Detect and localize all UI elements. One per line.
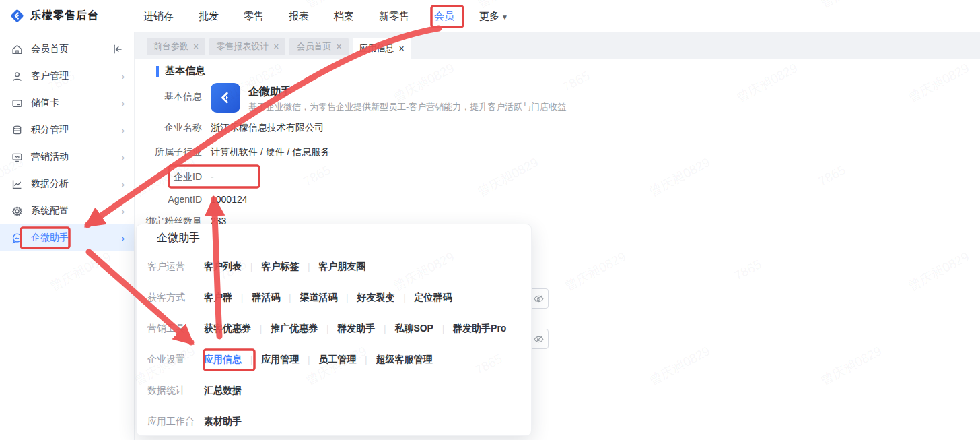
popup-menu-item[interactable]: 群发助手Pro	[453, 323, 506, 335]
item-separator: |	[384, 324, 386, 334]
sidebar-item-8[interactable]: 企微助手›	[0, 224, 134, 251]
sidebar-item-7[interactable]: 系统配置›	[0, 197, 134, 224]
item-separator: |	[308, 262, 310, 272]
nav-item-8[interactable]: 更多▼	[479, 10, 508, 23]
coins-icon	[11, 124, 24, 137]
nav-item-5[interactable]: 档案	[334, 10, 354, 23]
popup-menu-item[interactable]: 定位群码	[415, 292, 452, 304]
chevron-right-icon: ›	[122, 98, 125, 108]
popup-menu-item[interactable]: 素材助手	[204, 416, 242, 428]
item-separator: |	[250, 355, 252, 365]
popup-menu-item[interactable]: 私聊SOP	[394, 323, 433, 335]
popup-menu-item[interactable]: 推广优惠券	[271, 323, 318, 335]
popup-group-label: 企业设置	[147, 354, 204, 366]
chevron-right-icon: ›	[122, 233, 125, 243]
popup-menu-item[interactable]: 超级客服管理	[376, 354, 432, 366]
nav-item-4[interactable]: 报表	[289, 10, 309, 23]
nav-item-3[interactable]: 零售	[244, 10, 264, 23]
popup-menu-item[interactable]: 群发助手	[337, 323, 375, 335]
sidebar-item-6[interactable]: 数据分析›	[0, 170, 134, 197]
sidebar-item-4[interactable]: 积分管理›	[0, 117, 134, 144]
item-separator: |	[241, 293, 243, 303]
chevron-down-icon: ▼	[501, 13, 508, 21]
tab-bar: 前台参数×零售报表设计×会员首页×应用信息×	[135, 32, 980, 59]
close-icon[interactable]: ×	[273, 41, 279, 52]
popup-menu-item[interactable]: 渠道活码	[300, 292, 337, 304]
user-icon	[11, 70, 24, 83]
popup-menu-item[interactable]: 客户朋友圈	[318, 261, 365, 273]
app-window: 乐檬零售后台 进销存批发零售报表档案新零售会员更多▼ 会员首页客户管理›储值卡›…	[0, 0, 980, 440]
collapse-sidebar-icon[interactable]	[111, 42, 125, 56]
chevron-right-icon: ›	[122, 179, 125, 189]
top-navbar: 乐檬零售后台 进销存批发零售报表档案新零售会员更多▼	[0, 0, 980, 32]
qiwei-assistant-popup-menu: 企微助手 客户运营客户列表|客户标签|客户朋友圈获客方式客户群|群活码|渠道活码…	[136, 224, 532, 436]
popup-menu-item[interactable]: 获客优惠券	[204, 323, 251, 335]
sidebar-item-label: 积分管理	[31, 124, 69, 136]
nav-item-1[interactable]: 进销存	[143, 10, 174, 23]
item-separator: |	[326, 324, 328, 334]
popup-menu-item[interactable]: 群活码	[252, 292, 280, 304]
field-value: 1000124	[211, 194, 248, 205]
nav-item-6[interactable]: 新零售	[379, 10, 409, 23]
sidebar-item-label: 数据分析	[31, 178, 69, 190]
brand-diamond-icon	[9, 8, 25, 24]
popup-group-items: 汇总数据	[204, 385, 242, 397]
sidebar-item-2[interactable]: 客户管理›	[0, 63, 134, 90]
popup-group-items: 客户群|群活码|渠道活码|好友裂变|定位群码	[204, 292, 452, 304]
tab-4[interactable]: 应用信息×	[353, 38, 411, 59]
sidebar-item-label: 系统配置	[31, 205, 69, 217]
sidebar-item-label: 会员首页	[31, 43, 69, 55]
gear-icon	[11, 205, 24, 218]
sidebar-item-1[interactable]: 会员首页	[0, 36, 134, 63]
board-icon	[11, 151, 24, 164]
popup-menu-item[interactable]: 客户列表	[204, 261, 242, 273]
popup-group-items: 获客优惠券|推广优惠券|群发助手|私聊SOP|群发助手Pro	[204, 323, 506, 335]
popup-menu-item[interactable]: 汇总数据	[204, 385, 242, 397]
field-label: AgentID	[128, 194, 202, 205]
popup-group-3: 营销工具获客优惠券|推广优惠券|群发助手|私聊SOP|群发助手Pro	[147, 313, 520, 344]
popup-group-4: 企业设置应用信息|应用管理|员工管理|超级客服管理	[147, 344, 520, 375]
app-description: 基于企业微信，为零售企业提供新型员工-客户营销能力，提升客户活跃与门店收益	[248, 101, 566, 113]
field-label: 基本信息	[128, 91, 202, 102]
sidebar-item-3[interactable]: 储值卡›	[0, 90, 134, 117]
item-separator: |	[260, 324, 262, 334]
close-icon[interactable]: ×	[193, 41, 199, 52]
close-icon[interactable]: ×	[336, 41, 341, 52]
tab-2[interactable]: 零售报表设计×	[209, 38, 285, 55]
app-title: 乐檬零售后台	[30, 9, 99, 23]
eye-off-icon[interactable]	[529, 329, 548, 348]
field-value: -	[211, 171, 214, 182]
popup-menu-item[interactable]: 员工管理	[318, 354, 356, 366]
sidebar-item-label: 企微助手	[31, 232, 69, 244]
popup-group-items: 客户列表|客户标签|客户朋友圈	[204, 261, 365, 273]
nav-item-label: 更多	[479, 10, 499, 22]
popup-menu-item[interactable]: 客户群	[204, 292, 232, 304]
chevron-right-icon: ›	[122, 71, 125, 82]
popup-menu-item[interactable]: 应用管理	[261, 354, 299, 366]
nav-item-2[interactable]: 批发	[199, 10, 219, 23]
item-separator: |	[250, 262, 252, 272]
popup-menu-item[interactable]: 客户标签	[261, 261, 299, 273]
brand-logo: 乐檬零售后台	[9, 8, 99, 24]
section-title-text: 基本信息	[165, 65, 205, 77]
nav-item-label: 进销存	[143, 10, 174, 22]
popup-group-label: 获客方式	[147, 292, 204, 304]
popup-group-6: 应用工作台素材助手	[147, 406, 520, 437]
field-value: 计算机软件 / 硬件 / 信息服务	[211, 146, 330, 157]
sidebar-item-5[interactable]: 营销活动›	[0, 144, 134, 170]
popup-menu-item[interactable]: 好友裂变	[357, 292, 394, 304]
tab-label: 应用信息	[359, 42, 394, 55]
close-icon[interactable]: ×	[399, 43, 405, 54]
nav-item-label: 会员	[434, 10, 454, 22]
home-icon	[11, 43, 24, 56]
item-separator: |	[365, 355, 367, 365]
popup-group-5: 数据统计汇总数据	[147, 375, 520, 406]
popup-group-2: 获客方式客户群|群活码|渠道活码|好友裂变|定位群码	[147, 282, 520, 313]
chevron-right-icon: ›	[122, 152, 125, 162]
eye-off-icon[interactable]	[529, 289, 548, 308]
popup-groups: 客户运营客户列表|客户标签|客户朋友圈获客方式客户群|群活码|渠道活码|好友裂变…	[137, 251, 531, 437]
nav-item-7[interactable]: 会员	[434, 10, 454, 23]
tab-1[interactable]: 前台参数×	[147, 38, 205, 55]
popup-menu-item[interactable]: 应用信息	[204, 354, 242, 366]
tab-3[interactable]: 会员首页×	[289, 38, 348, 55]
